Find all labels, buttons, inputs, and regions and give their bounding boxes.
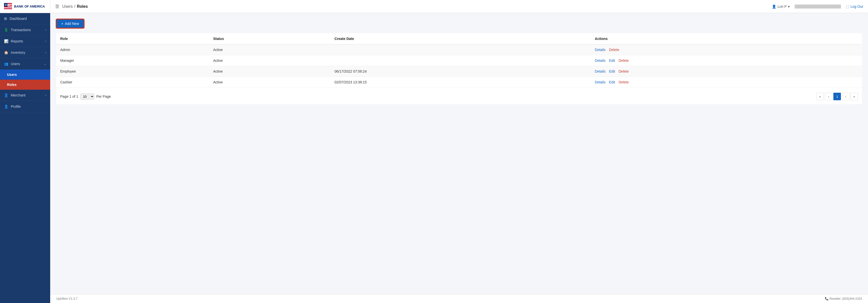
sidebar-subitem-users-label: Users [7, 73, 17, 77]
details-link[interactable]: Details [595, 48, 606, 52]
per-page-select[interactable]: 10 25 50 100 [80, 93, 94, 100]
table-row: Manager Active Details Edit Delete [56, 55, 862, 66]
logo-area: ★★★ ★★★ BANK OF AMERICA [0, 0, 50, 13]
delete-link[interactable]: Delete [619, 58, 629, 62]
svg-rect-7 [4, 8, 12, 9]
sidebar-dashboard-label: Dashboard [9, 17, 27, 21]
sidebar-merchant-label: Merchant [11, 93, 25, 97]
bank-name: BANK OF AMERICA [14, 4, 45, 8]
col-header-actions: Actions [591, 33, 862, 45]
roles-table: Role Status Create Date Actions Admin Ac… [56, 33, 862, 88]
content-area: + Add New Role Status Create Date Action… [50, 13, 868, 303]
chevron-down-icon: ⌄ [44, 62, 46, 65]
version-label: Uptrillion V1.3.7 [56, 297, 78, 301]
col-header-role: Role [56, 33, 209, 45]
create-date-cell: 02/07/2023 13:38:15 [331, 77, 591, 88]
svg-rect-5 [4, 6, 12, 7]
reports-icon: 📊 [4, 39, 8, 43]
actions-cell: Details Edit Delete [591, 77, 862, 88]
chevron-right-icon: › [45, 28, 46, 31]
edit-link[interactable]: Edit [609, 80, 615, 84]
per-page-label: Per Page [96, 94, 111, 99]
add-new-button[interactable]: + Add New [56, 19, 84, 28]
top-bar: ★★★ ★★★ BANK OF AMERICA ☰ Users / Roles … [0, 0, 868, 13]
reseller-info: 📞 Reseller: (833)344-2324 [825, 297, 862, 301]
breadcrumb-users[interactable]: Users [62, 4, 73, 9]
svg-rect-6 [4, 7, 12, 8]
table-row: Employee Active 06/17/2022 07:56:24 Deta… [56, 66, 862, 77]
table-header: Role Status Create Date Actions [56, 33, 862, 45]
users-icon: 👥 [4, 62, 8, 66]
sidebar-subitem-roles-label: Roles [7, 83, 17, 87]
create-date-cell [331, 45, 591, 55]
sidebar-item-inventory[interactable]: 🏠 Inventory › [0, 47, 50, 58]
footer: Uptrillion V1.3.7 📞 Reseller: (833)344-2… [50, 294, 868, 303]
first-page-button[interactable]: « [816, 93, 824, 100]
logout-icon: ⬚ [846, 4, 849, 8]
transactions-icon: 💲 [4, 28, 8, 32]
sidebar-item-profile[interactable]: 👤 Profile [0, 101, 50, 112]
sidebar-inventory-label: Inventory [11, 51, 25, 55]
page-info: Page 1 of 1 [60, 94, 78, 99]
nav-right: 👤 Lori P ▾ ████████████████████ ⬚ Log Ou… [772, 4, 863, 8]
status-cell: Active [209, 66, 331, 77]
user-menu[interactable]: 👤 Lori P ▾ [772, 4, 790, 8]
page-1-button[interactable]: 1 [833, 93, 841, 100]
pagination-row: Page 1 of 1 10 25 50 100 Per Page « ‹ 1 [56, 89, 862, 104]
sidebar: ⊞ Dashboard 💲 Transactions › 📊 Reports ›… [0, 13, 50, 303]
details-link[interactable]: Details [595, 70, 606, 73]
edit-link[interactable]: Edit [609, 70, 615, 73]
main-content: + Add New Role Status Create Date Action… [50, 13, 868, 294]
pagination-left: Page 1 of 1 10 25 50 100 Per Page [60, 93, 111, 100]
next-page-button[interactable]: › [842, 93, 849, 100]
create-date-cell: 06/17/2022 07:56:24 [331, 66, 591, 77]
hamburger-menu-icon[interactable]: ☰ [55, 4, 59, 9]
prev-page-button[interactable]: ‹ [825, 93, 832, 100]
sidebar-users-label: Users [11, 62, 20, 66]
delete-link[interactable]: Delete [619, 70, 629, 73]
table-row: Cashier Active 02/07/2023 13:38:15 Detai… [56, 77, 862, 88]
phone-icon: 📞 [825, 297, 829, 301]
actions-cell: Details Edit Delete [591, 55, 862, 66]
table-body: Admin Active Details Delete Manager Acti… [56, 45, 862, 88]
nav-left: ☰ Users / Roles [55, 4, 88, 9]
sidebar-item-merchant[interactable]: 👤 Merchant › [0, 90, 50, 101]
dashboard-icon: ⊞ [4, 17, 7, 21]
status-cell: Active [209, 77, 331, 88]
svg-rect-8 [4, 9, 12, 10]
edit-link[interactable]: Edit [609, 58, 615, 62]
sidebar-item-reports[interactable]: 📊 Reports › [0, 36, 50, 47]
breadcrumb-separator: / [74, 4, 75, 9]
top-navigation: ☰ Users / Roles 👤 Lori P ▾ █████████████… [50, 4, 868, 9]
reseller-label: Reseller: (833)344-2324 [830, 297, 862, 301]
sidebar-item-dashboard[interactable]: ⊞ Dashboard [0, 13, 50, 24]
app-body: ⊞ Dashboard 💲 Transactions › 📊 Reports ›… [0, 13, 868, 303]
table-row: Admin Active Details Delete [56, 45, 862, 55]
status-cell: Active [209, 55, 331, 66]
delete-link[interactable]: Delete [609, 48, 619, 52]
roles-table-container: Role Status Create Date Actions Admin Ac… [56, 33, 862, 104]
sidebar-transactions-label: Transactions [11, 28, 31, 32]
details-link[interactable]: Details [595, 80, 606, 84]
logout-label: Log Out [850, 4, 863, 8]
boa-flag-icon: ★★★ ★★★ [4, 3, 12, 10]
create-date-cell [331, 55, 591, 66]
chevron-right-icon: › [45, 94, 46, 97]
role-cell: Admin [56, 45, 209, 55]
delete-link[interactable]: Delete [619, 80, 629, 84]
last-page-button[interactable]: » [850, 93, 858, 100]
sidebar-reports-label: Reports [11, 39, 23, 43]
role-cell: Manager [56, 55, 209, 66]
add-new-label: Add New [65, 22, 79, 26]
sidebar-subitem-users[interactable]: Users [0, 70, 50, 80]
sidebar-item-users[interactable]: 👥 Users ⌄ [0, 58, 50, 70]
table-header-row: Role Status Create Date Actions [56, 33, 862, 45]
details-link[interactable]: Details [595, 58, 606, 62]
logout-button[interactable]: ⬚ Log Out [846, 4, 863, 8]
user-icon: 👤 [772, 4, 776, 8]
status-cell: Active [209, 45, 331, 55]
sidebar-item-transactions[interactable]: 💲 Transactions › [0, 24, 50, 36]
sidebar-subitem-roles[interactable]: Roles [0, 80, 50, 90]
profile-icon: 👤 [4, 105, 8, 109]
col-header-create-date: Create Date [331, 33, 591, 45]
